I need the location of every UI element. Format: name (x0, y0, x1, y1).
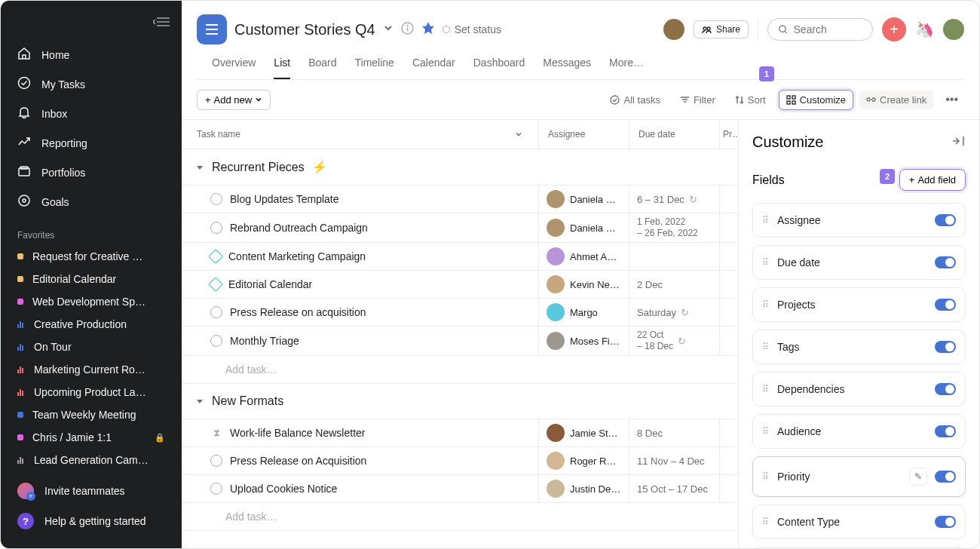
assignee-avatar[interactable] (547, 424, 565, 442)
task-row[interactable]: Editorial Calendar Kevin New… 2 Dec (182, 271, 738, 299)
field-item[interactable]: ⠿ Revenue (752, 547, 966, 548)
complete-checkbox[interactable] (210, 455, 222, 467)
close-panel-icon[interactable] (952, 135, 966, 150)
share-button[interactable]: Share (694, 20, 749, 38)
field-toggle[interactable] (935, 299, 956, 311)
task-row[interactable]: Blog Updates Template Daniela Var… 6 – 3… (182, 186, 738, 213)
complete-checkbox[interactable] (210, 306, 222, 318)
grip-icon[interactable]: ⠿ (762, 517, 770, 527)
favorite-item[interactable]: On Tour (1, 336, 182, 358)
grip-icon[interactable]: ⠿ (762, 471, 770, 482)
grip-icon[interactable]: ⠿ (762, 426, 770, 437)
favorite-item[interactable]: Marketing Current Ro… (1, 358, 182, 381)
add-task[interactable]: Add task… (182, 356, 738, 384)
assignee-avatar[interactable] (547, 303, 565, 321)
nav-target[interactable]: Goals (1, 187, 182, 216)
assignee-avatar[interactable] (547, 219, 565, 237)
star-icon[interactable] (421, 21, 435, 38)
assignee-avatar[interactable] (547, 247, 565, 265)
tab-more[interactable]: More… (609, 57, 644, 79)
grip-icon[interactable]: ⠿ (762, 299, 770, 310)
favorite-item[interactable]: Chris / Jamie 1:1 🔒 (1, 426, 182, 449)
field-toggle[interactable] (935, 471, 956, 483)
favorite-item[interactable]: Creative Production (1, 313, 182, 336)
grip-icon[interactable]: ⠿ (762, 342, 770, 352)
favorite-item[interactable]: Web Development Sp… (1, 290, 182, 313)
assignee-avatar[interactable] (547, 480, 565, 498)
search-box[interactable] (767, 18, 873, 41)
field-item[interactable]: ⠿ Dependencies (752, 372, 966, 406)
edit-icon[interactable]: ✎ (909, 468, 927, 486)
nav-chart[interactable]: Reporting (1, 128, 182, 158)
add-task[interactable]: Add task… (182, 503, 738, 531)
grip-icon[interactable]: ⠿ (762, 215, 770, 225)
field-toggle[interactable] (935, 383, 956, 395)
chevron-down-icon[interactable] (514, 130, 523, 139)
field-toggle[interactable] (935, 516, 956, 528)
sort-button[interactable]: Sort (728, 90, 773, 109)
more-icon[interactable]: ••• (939, 89, 964, 110)
milestone-icon[interactable] (208, 277, 223, 292)
task-row[interactable]: Rebrand Outreach Campaign Daniela Var… 1… (182, 213, 738, 243)
grip-icon[interactable]: ⠿ (762, 257, 770, 268)
field-toggle[interactable] (935, 214, 956, 226)
task-row[interactable]: Press Release on acquisition Margo Satur… (182, 299, 738, 327)
tab-board[interactable]: Board (308, 57, 336, 79)
field-item[interactable]: ⠿ Assignee (752, 203, 966, 238)
favorite-item[interactable]: Request for Creative … (1, 245, 182, 268)
field-item[interactable]: ⠿ Content Type (752, 505, 966, 539)
help-getting-started[interactable]: ? Help & getting started (1, 506, 182, 536)
field-item[interactable]: ⠿ Due date (752, 245, 966, 280)
global-add-button[interactable]: + (882, 17, 906, 41)
nav-home[interactable]: Home (1, 40, 182, 69)
nav-bell[interactable]: Inbox (1, 99, 182, 128)
field-item[interactable]: ⠿ Projects (752, 287, 966, 322)
search-input[interactable] (794, 23, 862, 35)
tab-overview[interactable]: Overview (212, 57, 256, 79)
set-status[interactable]: Set status (443, 23, 501, 35)
task-row[interactable]: Press Release on Acquisition Roger Ray… … (182, 447, 738, 475)
assignee-avatar[interactable] (547, 190, 565, 208)
grip-icon[interactable]: ⠿ (762, 384, 770, 394)
customize-button[interactable]: Customize (779, 90, 853, 110)
caret-down-icon[interactable] (195, 397, 204, 406)
tab-list[interactable]: List (274, 57, 290, 79)
field-toggle[interactable] (935, 341, 956, 353)
favorite-item[interactable]: Team Weekly Meeting (1, 403, 182, 426)
field-toggle[interactable] (935, 256, 956, 268)
collapse-sidebar-icon[interactable] (153, 16, 170, 31)
field-item[interactable]: ⠿ Audience (752, 414, 966, 449)
favorite-item[interactable]: Lead Generation Cam… (1, 449, 182, 471)
assignee-avatar[interactable] (547, 275, 565, 293)
filter-button[interactable]: Filter (673, 90, 722, 109)
field-item[interactable]: ⠿ Priority ✎ (752, 456, 966, 497)
complete-checkbox[interactable] (210, 483, 222, 495)
celebrate-icon[interactable]: 🦄 (915, 20, 934, 38)
field-toggle[interactable] (935, 425, 956, 437)
caret-down-icon[interactable] (195, 163, 204, 172)
nav-check[interactable]: My Tasks (1, 69, 182, 99)
favorite-item[interactable]: Upcoming Product La… (1, 381, 182, 403)
user-avatar[interactable] (943, 19, 964, 40)
complete-checkbox[interactable] (210, 193, 222, 205)
task-row[interactable]: ⧗Work-life Balance Newsletter Jamie Stap… (182, 419, 738, 447)
nav-folder[interactable]: Portfolios (1, 158, 182, 187)
complete-checkbox[interactable] (210, 222, 222, 234)
create-link-button[interactable]: Create link (859, 90, 933, 109)
member-avatar[interactable] (663, 19, 684, 40)
info-icon[interactable] (401, 22, 414, 38)
add-new-button[interactable]: +Add new (197, 90, 271, 110)
all-tasks-button[interactable]: All tasks (603, 90, 666, 109)
tab-messages[interactable]: Messages (543, 57, 591, 79)
favorite-item[interactable]: Editorial Calendar (1, 268, 182, 290)
task-row[interactable]: Monthly Triage Moses Fidel 22 Oct– 18 De… (182, 327, 738, 356)
add-field-button[interactable]: +Add field (899, 169, 966, 191)
assignee-avatar[interactable] (547, 452, 565, 470)
project-menu-chevron-icon[interactable] (383, 23, 394, 36)
complete-checkbox[interactable] (210, 335, 222, 347)
invite-teammates[interactable]: Invite teammates (1, 476, 182, 506)
task-row[interactable]: Upload Cookies Notice Justin Dean 15 Oct… (182, 475, 738, 503)
milestone-icon[interactable] (208, 249, 223, 264)
field-item[interactable]: ⠿ Tags (752, 330, 966, 364)
tab-dashboard[interactable]: Dashboard (473, 57, 525, 79)
